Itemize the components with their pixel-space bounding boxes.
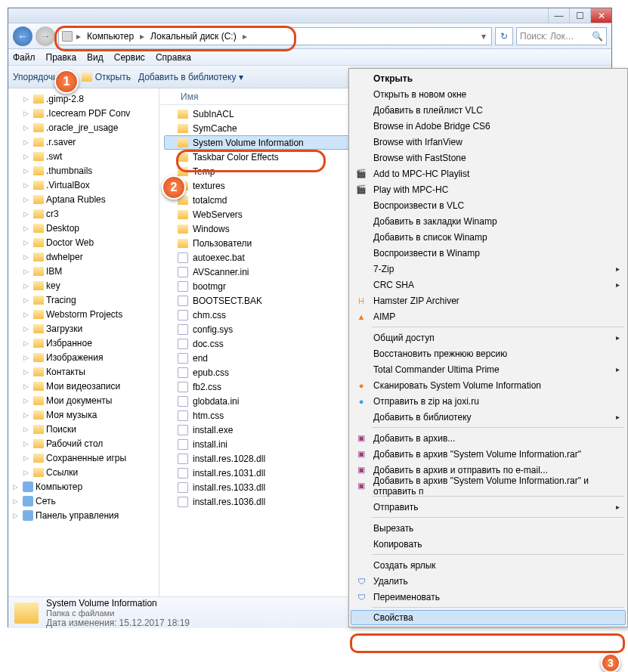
menu-edit[interactable]: Правка (46, 52, 77, 63)
context-menu-item[interactable]: ▣Добавить в архив "System Volume Informa… (351, 478, 626, 494)
menu-help[interactable]: Справка (156, 52, 191, 63)
tree-item[interactable]: ▷Избранное (8, 336, 159, 350)
tree-item[interactable]: ▷.r.saver (8, 135, 159, 149)
tree-item[interactable]: ▷.thumbnails (8, 163, 159, 178)
tree-item[interactable]: ▷Мои документы (8, 393, 159, 407)
context-menu-item[interactable]: Browse in Adobe Bridge CS6 (351, 118, 626, 134)
close-button[interactable]: ✕ (590, 8, 611, 23)
menu-file[interactable]: Файл (13, 52, 36, 63)
context-menu-item[interactable]: ▲AIMP (351, 308, 626, 324)
expand-icon[interactable]: ▷ (23, 225, 31, 232)
expand-icon[interactable]: ▷ (23, 296, 31, 304)
context-menu-item[interactable]: Открыть в новом окне (351, 86, 626, 102)
context-menu-item[interactable]: 🎬Add to MPC-HC Playlist (351, 166, 626, 181)
refresh-button[interactable]: ↻ (495, 27, 513, 45)
minimize-button[interactable]: — (548, 8, 569, 23)
expand-icon[interactable]: ▷ (23, 124, 31, 132)
expand-icon[interactable]: ▷ (23, 153, 31, 160)
expand-icon[interactable]: ▷ (23, 210, 31, 218)
menu-tools[interactable]: Сервис (114, 52, 145, 63)
back-button[interactable]: ← (13, 26, 32, 46)
context-menu-item[interactable]: 🎬Play with MPC-HC (351, 181, 626, 197)
expand-icon[interactable]: ▷ (13, 483, 20, 491)
context-menu-item[interactable]: Добавить в библиотеку (351, 409, 626, 425)
expand-icon[interactable]: ▷ (13, 497, 20, 505)
context-menu-item[interactable]: Воспроизвести в Winamp (351, 245, 626, 261)
context-menu-item[interactable]: CRC SHA (351, 277, 626, 293)
context-menu-item[interactable]: 🛡Удалить (351, 573, 626, 589)
context-menu-item[interactable]: Browse with FastStone (351, 150, 626, 166)
context-menu-item[interactable]: Воспроизвести в VLC (351, 197, 626, 213)
context-menu-item[interactable]: ●Сканировать System Volume Information (351, 377, 626, 393)
forward-button[interactable]: → (36, 26, 55, 46)
context-menu-item[interactable]: Восстановить прежнюю версию (351, 345, 626, 361)
folder-tree[interactable]: ▷.gimp-2.8▷.Icecream PDF Conv▷.oracle_jr… (8, 88, 159, 596)
context-menu-item[interactable]: 7-Zip (351, 261, 626, 277)
expand-icon[interactable]: ▷ (23, 282, 31, 290)
tree-item[interactable]: ▷Моя музыка (8, 407, 159, 422)
tree-item[interactable]: ▷Webstorm Projects (8, 307, 159, 321)
expand-icon[interactable]: ▷ (23, 382, 31, 390)
tree-item[interactable]: ▷Сеть (8, 494, 159, 508)
tree-item[interactable]: ▷Мои видеозаписи (8, 379, 159, 393)
open-button[interactable]: Открыть (82, 72, 131, 82)
expand-icon[interactable]: ▷ (23, 426, 31, 433)
expand-icon[interactable]: ▷ (23, 397, 31, 404)
menu-view[interactable]: Вид (87, 52, 104, 63)
context-menu-item[interactable]: ▣Добавить в архив... (351, 430, 626, 446)
expand-icon[interactable]: ▷ (23, 181, 31, 189)
context-menu-item[interactable]: 🛡Переименовать (351, 589, 626, 605)
tree-item[interactable]: ▷Doctor Web (8, 235, 159, 249)
tree-item[interactable]: ▷key (8, 278, 159, 293)
context-menu-item[interactable]: Добавить в закладки Winamp (351, 213, 626, 229)
expand-icon[interactable]: ▷ (13, 512, 20, 519)
tree-item[interactable]: ▷Изображения (8, 350, 159, 364)
add-library-button[interactable]: Добавить в библиотеку ▾ (138, 72, 243, 82)
expand-icon[interactable]: ▷ (23, 339, 31, 347)
expand-icon[interactable]: ▷ (23, 239, 31, 246)
search-input[interactable]: Поиск: Лок… 🔍 (516, 27, 607, 45)
expand-icon[interactable]: ▷ (23, 138, 31, 146)
chevron-down-icon[interactable]: ▾ (479, 31, 488, 42)
context-menu-item[interactable]: HHamster ZIP Archiver (351, 293, 626, 308)
tree-item[interactable]: ▷.gimp-2.8 (8, 91, 159, 106)
expand-icon[interactable]: ▷ (23, 411, 31, 419)
maximize-button[interactable]: ☐ (569, 8, 590, 23)
tree-item[interactable]: ▷Рабочий стол (8, 436, 159, 451)
context-menu-item[interactable]: Browse with IrfanView (351, 134, 626, 150)
tree-item[interactable]: ▷Desktop (8, 221, 159, 235)
expand-icon[interactable]: ▷ (23, 253, 31, 261)
tree-item[interactable]: ▷Aptana Rubles (8, 192, 159, 206)
expand-icon[interactable]: ▷ (23, 196, 31, 203)
tree-item[interactable]: ▷.oracle_jre_usage (8, 120, 159, 135)
tree-item[interactable]: ▷Панель управления (8, 508, 159, 522)
context-menu-item[interactable]: ●Отправить в zip на joxi.ru (351, 393, 626, 409)
expand-icon[interactable]: ▷ (23, 325, 31, 333)
tree-item[interactable]: ▷Tracing (8, 293, 159, 307)
context-menu-item[interactable]: Вырезать (351, 520, 626, 536)
context-menu-item[interactable]: Добавить в плейлист VLC (351, 102, 626, 118)
context-menu-item[interactable]: Total Commander Ultima Prime (351, 361, 626, 377)
expand-icon[interactable]: ▷ (23, 167, 31, 175)
expand-icon[interactable]: ▷ (23, 95, 31, 103)
expand-icon[interactable]: ▷ (23, 469, 31, 476)
expand-icon[interactable]: ▷ (23, 110, 31, 117)
context-menu-item[interactable]: Открыть (351, 70, 626, 86)
tree-item[interactable]: ▷.VirtualBox (8, 178, 159, 192)
tree-item[interactable]: ▷Контакты (8, 364, 159, 379)
expand-icon[interactable]: ▷ (23, 368, 31, 376)
expand-icon[interactable]: ▷ (23, 268, 31, 275)
tree-item[interactable]: ▷Компьютер (8, 479, 159, 494)
expand-icon[interactable]: ▷ (23, 454, 31, 462)
tree-item[interactable]: ▷Поиски (8, 422, 159, 436)
expand-icon[interactable]: ▷ (23, 311, 31, 318)
context-menu-item[interactable]: Свойства (351, 610, 626, 625)
expand-icon[interactable]: ▷ (23, 440, 31, 447)
tree-item[interactable]: ▷Сохраненные игры (8, 451, 159, 465)
breadcrumb-item[interactable]: Компьютер (85, 31, 136, 42)
tree-item[interactable]: ▷IBM (8, 264, 159, 278)
breadcrumb-item[interactable]: Локальный диск (C:) (148, 31, 239, 42)
breadcrumb[interactable]: ▸ Компьютер ▸ Локальный диск (C:) ▸ ▾ (58, 27, 492, 45)
tree-item[interactable]: ▷Загрузки (8, 321, 159, 336)
context-menu[interactable]: ОткрытьОткрыть в новом окнеДобавить в пл… (348, 68, 628, 627)
